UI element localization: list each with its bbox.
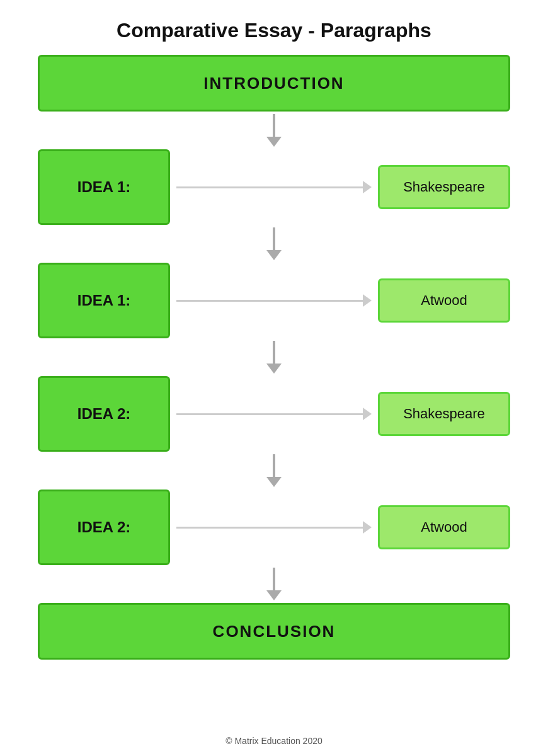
arrow-right-head-4 xyxy=(363,521,372,534)
idea-box-3: IDEA 2: xyxy=(38,376,170,452)
arrow-head-1 xyxy=(266,137,282,147)
idea-box-3-label: IDEA 2: xyxy=(77,405,130,423)
arrow-line-4 xyxy=(273,454,275,477)
arrow-line-5 xyxy=(273,568,275,590)
arrow-down-3 xyxy=(266,338,282,376)
arrow-right-line-3 xyxy=(176,413,363,415)
arrow-down-5 xyxy=(266,565,282,603)
side-box-1-label: Shakespeare xyxy=(403,179,485,195)
arrow-head-2 xyxy=(266,250,282,260)
arrow-right-1 xyxy=(170,181,378,193)
side-box-3: Shakespeare xyxy=(378,392,510,436)
side-box-4: Atwood xyxy=(378,505,510,549)
idea-row-4: IDEA 2: Atwood xyxy=(38,490,510,565)
idea-row-3: IDEA 2: Shakespeare xyxy=(38,376,510,452)
arrow-head-5 xyxy=(266,590,282,600)
idea-box-4-label: IDEA 2: xyxy=(77,518,130,536)
arrow-right-line-1 xyxy=(176,186,363,188)
conclusion-label: CONCLUSION xyxy=(213,622,336,641)
arrow-right-4 xyxy=(170,521,378,534)
page-title: Comparative Essay - Paragraphs xyxy=(117,19,431,42)
intro-box: INTRODUCTION xyxy=(38,55,510,112)
arrow-line-2 xyxy=(273,227,275,250)
side-box-4-label: Atwood xyxy=(421,519,467,536)
arrow-head-4 xyxy=(266,477,282,487)
side-box-2-label: Atwood xyxy=(421,292,467,309)
intro-label: INTRODUCTION xyxy=(203,74,344,93)
arrow-right-head-3 xyxy=(363,408,372,420)
arrow-right-head-1 xyxy=(363,181,372,193)
arrow-line-3 xyxy=(273,341,275,364)
idea-box-2: IDEA 1: xyxy=(38,263,170,338)
side-box-2: Atwood xyxy=(378,278,510,323)
arrow-right-line-2 xyxy=(176,300,363,302)
arrow-head-3 xyxy=(266,364,282,374)
conclusion-box: CONCLUSION xyxy=(38,603,510,660)
arrow-right-3 xyxy=(170,408,378,420)
arrow-right-line-4 xyxy=(176,527,363,529)
idea-row-1: IDEA 1: Shakespeare xyxy=(38,149,510,225)
idea-box-2-label: IDEA 1: xyxy=(77,292,130,309)
side-box-3-label: Shakespeare xyxy=(403,406,485,422)
arrow-right-2 xyxy=(170,294,378,307)
arrow-line-1 xyxy=(273,114,275,137)
copyright-text: © Matrix Education 2020 xyxy=(225,736,323,746)
diagram-container: INTRODUCTION IDEA 1: Shakespeare IDEA 1: xyxy=(38,55,510,730)
idea-row-2: IDEA 1: Atwood xyxy=(38,263,510,338)
arrow-down-2 xyxy=(266,225,282,263)
arrow-down-1 xyxy=(266,112,282,149)
arrow-right-head-2 xyxy=(363,294,372,307)
side-box-1: Shakespeare xyxy=(378,165,510,209)
idea-box-4: IDEA 2: xyxy=(38,490,170,565)
idea-box-1: IDEA 1: xyxy=(38,149,170,225)
arrow-down-4 xyxy=(266,452,282,490)
idea-box-1-label: IDEA 1: xyxy=(77,178,130,196)
